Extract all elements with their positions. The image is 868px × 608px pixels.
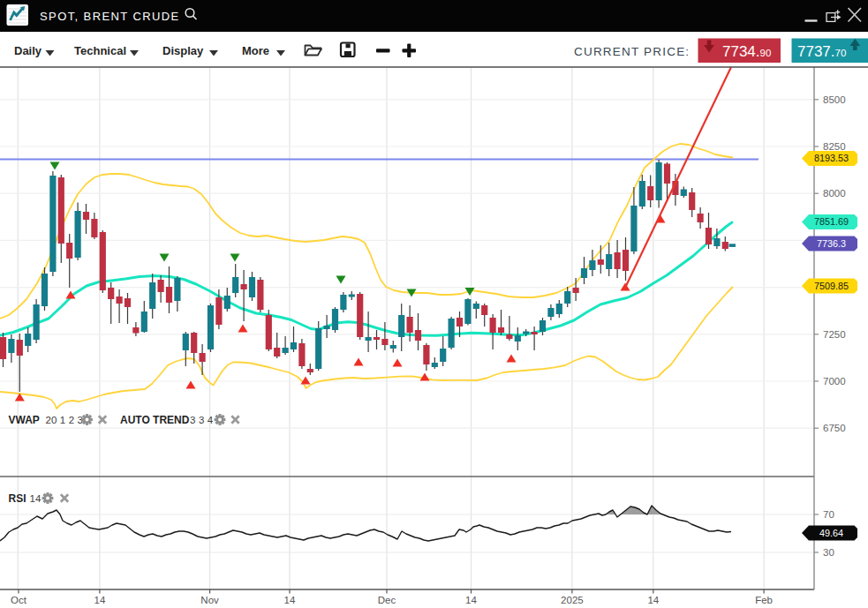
svg-text:Oct: Oct: [11, 595, 27, 605]
svg-text:More: More: [242, 44, 269, 57]
svg-text:SPOT, BRENT CRUDE: SPOT, BRENT CRUDE: [40, 10, 180, 23]
svg-text:8250: 8250: [823, 141, 846, 152]
svg-text:AUTO TREND: AUTO TREND: [120, 414, 190, 426]
svg-text:7509.85: 7509.85: [814, 281, 849, 291]
svg-text:Daily: Daily: [14, 44, 42, 57]
svg-text:VWAP: VWAP: [9, 414, 40, 426]
svg-text:Dec: Dec: [378, 595, 396, 605]
svg-text:70: 70: [823, 509, 834, 520]
svg-text:14: 14: [647, 595, 659, 605]
svg-text:7736.3: 7736.3: [817, 238, 846, 249]
svg-text:30: 30: [823, 547, 834, 558]
svg-text:Nov: Nov: [200, 595, 219, 605]
svg-text:8000: 8000: [823, 188, 846, 199]
svg-text:20123: 20123: [46, 415, 84, 425]
svg-text:7250: 7250: [823, 329, 846, 340]
svg-text:49.64: 49.64: [819, 528, 843, 538]
svg-text:Technical: Technical: [74, 44, 126, 57]
svg-text:8193.53: 8193.53: [814, 153, 849, 163]
svg-text:8500: 8500: [823, 94, 846, 105]
svg-text:Display: Display: [162, 44, 204, 57]
svg-text:6750: 6750: [823, 423, 846, 433]
svg-text:7000: 7000: [823, 376, 846, 387]
svg-text:14: 14: [30, 493, 42, 504]
svg-text:RSI: RSI: [9, 492, 26, 505]
svg-text:Feb: Feb: [755, 595, 773, 605]
svg-text:14: 14: [465, 595, 477, 605]
svg-text:14: 14: [284, 595, 296, 605]
svg-text:14: 14: [94, 595, 106, 605]
svg-text:CURRENT PRICE:: CURRENT PRICE:: [574, 45, 690, 58]
svg-text:2025: 2025: [561, 595, 584, 605]
svg-text:7851.69: 7851.69: [814, 216, 849, 227]
svg-text:334: 334: [190, 415, 214, 425]
